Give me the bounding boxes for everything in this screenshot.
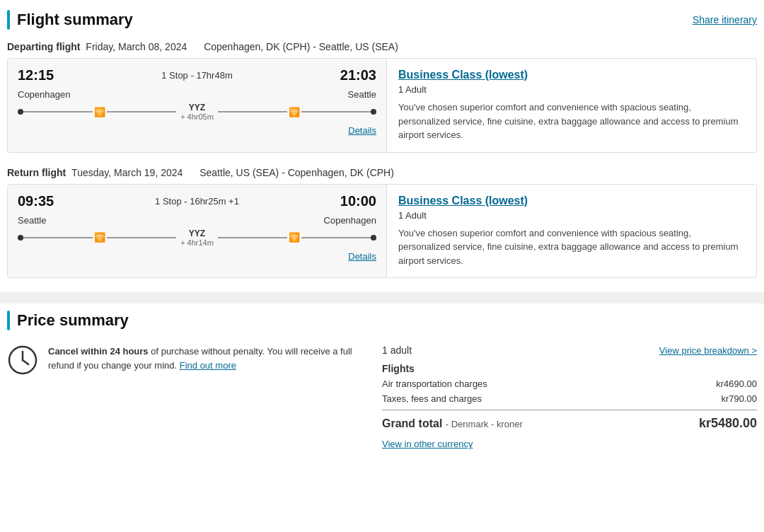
price-header-row: 1 adult View price breakdown > [382, 345, 757, 356]
return-city-to: Copenhagen [324, 215, 376, 226]
page-container: Flight summary Share itinerary Departing… [0, 0, 764, 463]
price-breakdown: 1 adult View price breakdown > Flights A… [382, 345, 757, 449]
return-flight-right: Business Class (lowest) 1 Adult You've c… [386, 185, 756, 278]
return-class-description: You've chosen superior comfort and conve… [398, 226, 745, 268]
share-itinerary-label: Share itinerary [693, 14, 757, 25]
departing-route: Copenhagen, DK (CPH) - Seattle, US (SEA) [204, 41, 398, 52]
price-content: Cancel within 24 hours of purchase witho… [7, 345, 757, 449]
return-stopover-box: YYZ + 4hr14m [176, 229, 218, 247]
return-date: Tuesday, March 19, 2024 [71, 167, 183, 178]
flights-label: Flights [382, 363, 757, 374]
return-path-row: 🛜 YYZ + 4hr14m 🛜 [18, 229, 376, 247]
departing-path-dot-end [371, 109, 376, 115]
return-flight-card: 09:35 1 Stop - 16hr25m +1 10:00 Seattle … [7, 184, 757, 279]
return-path-dot-end [371, 235, 376, 241]
grand-total-row: Grand total - Denmark - kroner kr5480.00 [382, 416, 757, 431]
flight-summary-title-text: Flight summary [17, 11, 133, 29]
find-out-more-label: Find out more [180, 360, 236, 371]
price-summary-title: Price summary [7, 311, 129, 330]
flight-summary-header: Flight summary Share itinerary [7, 7, 757, 30]
return-line-1 [23, 237, 93, 238]
return-line-2 [107, 237, 176, 238]
return-route: Seattle, US (SEA) - Copenhagen, DK (CPH) [199, 167, 394, 178]
share-itinerary-link[interactable]: Share itinerary [693, 14, 757, 25]
departing-flight-card: 12:15 1 Stop - 17hr48m 21:03 Copenhagen … [7, 58, 757, 153]
taxes-amount: kr790.00 [721, 393, 757, 404]
grand-total-label: Grand total - Denmark - kroner [382, 417, 523, 430]
departing-flight-left: 12:15 1 Stop - 17hr48m 21:03 Copenhagen … [8, 59, 386, 152]
air-transportation-amount: kr4690.00 [716, 378, 757, 389]
departing-line-2 [107, 111, 176, 112]
departing-adult-label: 1 Adult [398, 84, 745, 95]
flight-summary-title: Flight summary [7, 10, 133, 30]
taxes-label: Taxes, fees and charges [382, 393, 482, 404]
departing-arrive-time: 21:03 [340, 67, 376, 83]
find-out-more-link[interactable]: Find out more [180, 360, 236, 371]
cancel-policy-bold: Cancel within 24 hours [48, 346, 149, 357]
departing-line-1 [23, 111, 93, 112]
return-depart-time: 09:35 [18, 193, 54, 209]
return-line-3 [218, 237, 287, 238]
price-summary-title-text: Price summary [17, 311, 129, 330]
departing-stop-info: 1 Stop - 17hr48m [161, 70, 232, 81]
return-cities-row: Seattle Copenhagen [18, 215, 376, 226]
departing-city-from: Copenhagen [18, 89, 70, 100]
view-currency-link[interactable]: View in other currency [382, 439, 473, 449]
departing-details-link[interactable]: Details [18, 125, 376, 136]
view-price-breakdown-label: View price breakdown > [659, 345, 757, 356]
return-path-dot-start [18, 235, 23, 241]
currency-note: - Denmark - kroner [446, 419, 523, 429]
departing-details-label: Details [348, 125, 376, 136]
departing-stopover-box: YYZ + 4hr05m [176, 103, 218, 121]
return-wifi-icon-2: 🛜 [289, 232, 300, 243]
return-adult-label: 1 Adult [398, 210, 745, 221]
adult-count-label: 1 adult [382, 345, 412, 356]
view-price-breakdown-link[interactable]: View price breakdown > [659, 345, 757, 356]
departing-depart-time: 12:15 [18, 67, 54, 83]
departing-path-dot-start [18, 109, 23, 115]
departing-line-3 [218, 111, 287, 112]
departing-label-text: Departing flight [7, 41, 80, 52]
departing-flight-label: Departing flight Friday, March 08, 2024 … [7, 41, 757, 52]
svg-line-2 [23, 360, 28, 364]
view-currency-label: View in other currency [382, 439, 473, 449]
return-details-link[interactable]: Details [18, 251, 376, 262]
cancel-policy: Cancel within 24 hours of purchase witho… [7, 345, 361, 449]
air-transportation-row: Air transportation charges kr4690.00 [382, 378, 757, 389]
price-summary-header: Price summary [7, 311, 757, 330]
return-wifi-icon-1: 🛜 [94, 232, 105, 243]
departing-cities-row: Copenhagen Seattle [18, 89, 376, 100]
return-class-title[interactable]: Business Class (lowest) [398, 195, 745, 207]
return-arrive-time: 10:00 [340, 193, 376, 209]
departing-stopover-code: YYZ [189, 103, 205, 112]
return-stopover-duration: + 4hr14m [180, 238, 214, 247]
departing-class-description: You've chosen superior comfort and conve… [398, 100, 745, 142]
clock-icon [7, 345, 38, 376]
departing-line-4 [301, 111, 371, 112]
return-times-row: 09:35 1 Stop - 16hr25m +1 10:00 [18, 193, 376, 209]
air-transportation-label: Air transportation charges [382, 378, 487, 389]
section-divider [0, 292, 764, 303]
grand-total-label-text: Grand total [382, 417, 442, 429]
departing-date: Friday, March 08, 2024 [86, 41, 187, 52]
departing-wifi-icon-1: 🛜 [94, 107, 105, 117]
cancel-policy-text: Cancel within 24 hours of purchase witho… [48, 345, 361, 372]
departing-stopover-duration: + 4hr05m [180, 112, 214, 121]
return-stop-info: 1 Stop - 16hr25m +1 [155, 196, 239, 207]
departing-class-title[interactable]: Business Class (lowest) [398, 69, 745, 81]
return-line-4 [301, 237, 371, 238]
departing-flight-right: Business Class (lowest) 1 Adult You've c… [386, 59, 756, 152]
return-label-text: Return flight [7, 167, 66, 178]
return-flight-label: Return flight Tuesday, March 19, 2024 Se… [7, 167, 757, 178]
price-divider [382, 410, 757, 410]
departing-path-row: 🛜 YYZ + 4hr05m 🛜 [18, 103, 376, 121]
grand-total-amount: kr5480.00 [699, 416, 757, 431]
return-stopover-code: YYZ [189, 229, 205, 238]
return-city-from: Seattle [18, 215, 46, 226]
taxes-row: Taxes, fees and charges kr790.00 [382, 393, 757, 404]
return-flight-left: 09:35 1 Stop - 16hr25m +1 10:00 Seattle … [8, 185, 386, 278]
departing-times-row: 12:15 1 Stop - 17hr48m 21:03 [18, 67, 376, 83]
departing-city-to: Seattle [348, 89, 376, 100]
departing-wifi-icon-2: 🛜 [289, 107, 300, 117]
return-details-label: Details [348, 251, 376, 262]
